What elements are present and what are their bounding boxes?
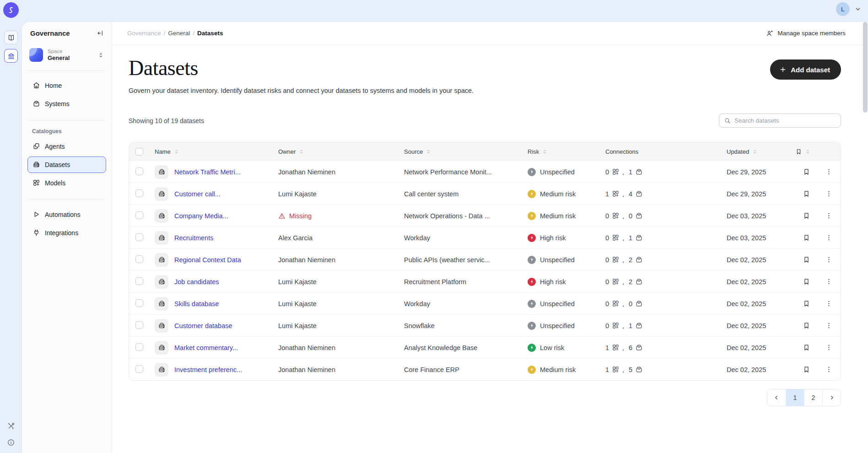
sidebar-item-automations[interactable]: Automations — [27, 206, 106, 223]
space-selector[interactable]: Space General — [27, 46, 106, 64]
systems-count: 0 — [629, 212, 632, 220]
pagination-page-1[interactable]: 1 — [786, 389, 804, 406]
sidebar-item-integrations[interactable]: Integrations — [27, 225, 106, 241]
bookmark-button[interactable] — [801, 298, 812, 309]
dataset-name-link[interactable]: Job candidates — [174, 278, 219, 286]
bookmark-icon — [803, 300, 810, 307]
risk-bolt-icon — [528, 300, 536, 308]
row-checkbox[interactable] — [135, 365, 143, 373]
library-rail-button[interactable] — [4, 31, 18, 44]
scrollbar-thumb[interactable] — [863, 22, 868, 113]
row-checkbox[interactable] — [135, 321, 143, 329]
bookmark-button[interactable] — [801, 210, 812, 221]
row-menu-button[interactable] — [823, 298, 835, 309]
row-checkbox[interactable] — [135, 167, 143, 175]
catalogues-section-label: Catalogues — [32, 128, 102, 135]
sidebar-item-agents[interactable]: Agents — [27, 138, 106, 155]
bookmark-icon — [803, 278, 810, 286]
row-menu-button[interactable] — [823, 188, 835, 200]
header-bookmark[interactable] — [795, 148, 817, 155]
owner-name: Lumi Kajaste — [278, 190, 317, 198]
governance-rail-button[interactable] — [4, 49, 18, 63]
dataset-name-link[interactable]: Regional Context Data — [174, 256, 241, 264]
bookmark-button[interactable] — [801, 364, 812, 375]
row-checkbox[interactable] — [135, 255, 143, 263]
sidebar-item-home[interactable]: Home — [27, 77, 106, 94]
sidebar-item-datasets[interactable]: Datasets — [27, 156, 106, 173]
header-risk[interactable]: Risk — [528, 148, 605, 155]
user-menu-chevron-icon[interactable] — [854, 5, 862, 13]
pagination-page-2[interactable]: 2 — [804, 389, 822, 406]
header-name[interactable]: Name — [155, 148, 278, 155]
avatar[interactable]: L — [836, 2, 850, 16]
header-label: Name — [155, 148, 171, 155]
pagination-prev-button[interactable] — [767, 389, 786, 406]
kebab-icon — [825, 256, 833, 264]
row-checkbox[interactable] — [135, 343, 143, 351]
connections-separator: , — [622, 366, 624, 373]
row-menu-button[interactable] — [823, 364, 835, 375]
header-owner[interactable]: Owner — [278, 148, 404, 155]
connections-cell: 0 , 0 — [605, 212, 727, 220]
bookmark-button[interactable] — [801, 320, 812, 331]
bookmark-button[interactable] — [801, 254, 812, 265]
search-input[interactable] — [734, 117, 836, 124]
dataset-name-link[interactable]: Recruitments — [174, 234, 213, 242]
archive-box-icon — [32, 100, 40, 108]
sidebar-item-models[interactable]: Models — [27, 175, 106, 191]
source-name: Call center system — [404, 190, 528, 198]
breadcrumb-general[interactable]: General — [168, 30, 190, 37]
dataset-name-link[interactable]: Customer call... — [174, 190, 221, 198]
row-menu-button[interactable] — [823, 320, 835, 331]
sidebar-item-label: Agents — [45, 143, 65, 150]
owner-name: Jonathan Nieminen — [278, 168, 335, 176]
dataset-name-link[interactable]: Skills database — [174, 300, 219, 307]
dataset-name-link[interactable]: Customer database — [174, 322, 232, 329]
risk-label: Medium risk — [540, 366, 576, 373]
header-updated[interactable]: Updated — [727, 148, 795, 155]
app-logo[interactable] — [3, 2, 19, 18]
dataset-name-link[interactable]: Company Media... — [174, 212, 228, 220]
row-menu-button[interactable] — [823, 254, 835, 265]
pagination-next-button[interactable] — [822, 389, 841, 406]
space-name: General — [48, 54, 93, 62]
row-menu-button[interactable] — [823, 342, 835, 353]
dataset-name-link[interactable]: Investment preferenc... — [174, 366, 242, 373]
row-checkbox[interactable] — [135, 299, 143, 307]
tools-icon[interactable] — [7, 422, 15, 430]
updated-date: Dec 02, 2025 — [727, 256, 795, 264]
row-checkbox[interactable] — [135, 233, 143, 241]
header-source[interactable]: Source — [404, 148, 528, 155]
row-menu-button[interactable] — [823, 166, 835, 178]
bookmark-button[interactable] — [801, 276, 812, 287]
bookmark-button[interactable] — [801, 342, 812, 353]
updated-date: Dec 02, 2025 — [727, 300, 795, 307]
bookmark-button[interactable] — [801, 188, 812, 200]
sidebar-collapse-button[interactable] — [97, 29, 104, 37]
kebab-icon — [825, 278, 833, 286]
header-label: Updated — [727, 148, 749, 155]
risk-bolt-icon — [528, 234, 536, 242]
row-checkbox[interactable] — [135, 189, 143, 197]
manage-space-members-button[interactable]: Manage space members — [766, 30, 846, 37]
space-kind-label: Space — [48, 48, 93, 54]
sidebar-title: Governance — [30, 29, 70, 37]
sidebar-item-systems[interactable]: Systems — [27, 96, 106, 112]
dataset-name-link[interactable]: Market commentary... — [174, 344, 238, 351]
info-icon[interactable] — [7, 438, 15, 447]
row-menu-button[interactable] — [823, 210, 835, 221]
row-checkbox[interactable] — [135, 211, 143, 219]
bookmark-button[interactable] — [801, 232, 812, 243]
bookmark-button[interactable] — [801, 166, 812, 178]
row-checkbox[interactable] — [135, 277, 143, 285]
row-menu-button[interactable] — [823, 232, 835, 243]
select-all-checkbox[interactable] — [135, 148, 143, 156]
sort-icon — [173, 149, 179, 155]
breadcrumb-governance[interactable]: Governance — [127, 30, 161, 37]
row-menu-button[interactable] — [823, 276, 835, 287]
dataset-name-link[interactable]: Network Traffic Metri... — [174, 168, 241, 176]
database-icon — [32, 161, 40, 168]
page-content: Datasets Add dataset Govern your dataset… — [112, 45, 868, 453]
add-dataset-button[interactable]: Add dataset — [770, 59, 841, 80]
sidebar-item-label: Integrations — [45, 229, 78, 237]
